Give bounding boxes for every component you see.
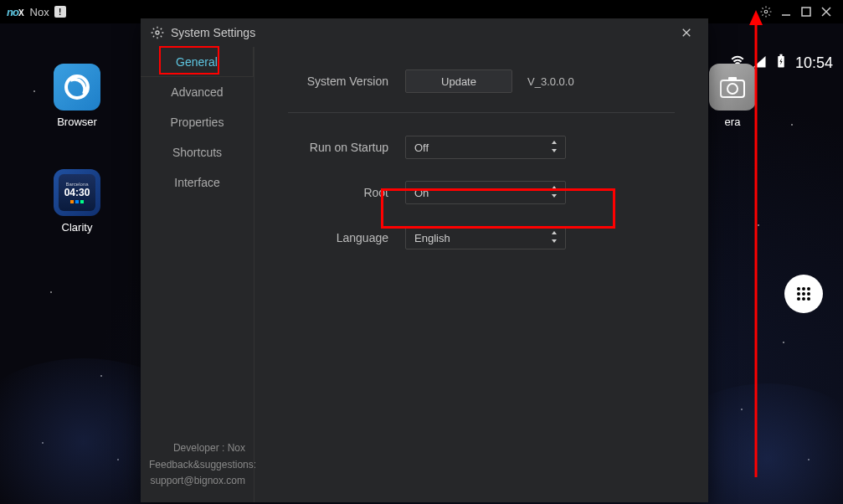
modal-title: System Settings — [171, 26, 255, 39]
svg-point-17 — [797, 297, 800, 301]
startup-select[interactable]: Off — [405, 136, 566, 159]
svg-point-13 — [807, 287, 810, 291]
system-version-label: System Version — [288, 75, 405, 88]
sidebar-footer: Developer : Nox Feedback&suggestions: su… — [141, 430, 254, 502]
app-name: Nox — [30, 6, 49, 18]
system-settings-modal: System Settings General Advanced Propert… — [141, 18, 708, 502]
nox-logo: noX — [7, 6, 23, 18]
browser-app-icon[interactable]: Browser — [50, 64, 104, 128]
language-select[interactable]: English — [405, 226, 566, 249]
minimize-button[interactable] — [776, 2, 796, 22]
maximize-button[interactable] — [796, 2, 816, 22]
chevron-updown-icon — [550, 141, 558, 155]
tab-general[interactable]: General — [141, 47, 254, 77]
svg-point-14 — [797, 292, 800, 296]
version-text: V_3.0.0.0 — [527, 75, 574, 88]
clarity-app-icon[interactable]: Barcelona 04:30 Clarity — [50, 169, 104, 234]
update-button[interactable]: Update — [405, 69, 512, 93]
tab-properties[interactable]: Properties — [141, 107, 254, 137]
apps-drawer-button[interactable] — [784, 275, 823, 313]
svg-point-0 — [764, 10, 768, 13]
settings-content: System Version Update V_3.0.0.0 Run on S… — [254, 47, 708, 502]
root-label: Root — [288, 186, 405, 199]
svg-rect-2 — [802, 8, 810, 16]
svg-rect-6 — [779, 54, 782, 56]
svg-point-15 — [802, 292, 805, 296]
svg-point-11 — [797, 287, 800, 291]
close-modal-button[interactable] — [681, 24, 698, 41]
close-window-button[interactable] — [816, 2, 836, 22]
camera-app-icon[interactable]: era — [706, 64, 759, 128]
svg-point-12 — [802, 287, 805, 291]
tab-shortcuts[interactable]: Shortcuts — [141, 137, 254, 167]
tab-advanced[interactable]: Advanced — [141, 77, 254, 107]
startup-label: Run on Startup — [288, 141, 405, 154]
gear-icon — [151, 26, 164, 39]
settings-sidebar: General Advanced Properties Shortcuts In… — [141, 47, 254, 502]
settings-gear-icon[interactable] — [756, 2, 776, 22]
chevron-updown-icon — [550, 186, 558, 200]
divider — [288, 112, 675, 113]
chevron-updown-icon — [550, 231, 558, 245]
battery-icon — [774, 54, 789, 73]
tab-interface[interactable]: Interface — [141, 167, 254, 198]
status-time: 10:54 — [795, 54, 833, 72]
camera-label: era — [706, 116, 759, 128]
svg-rect-10 — [728, 77, 737, 81]
svg-point-20 — [156, 31, 159, 34]
root-select[interactable]: On — [405, 181, 566, 204]
svg-point-9 — [727, 84, 738, 94]
modal-header: System Settings — [141, 18, 708, 47]
browser-label: Browser — [50, 116, 104, 128]
clarity-label: Clarity — [50, 221, 104, 234]
notification-icon[interactable]: ! — [54, 6, 66, 18]
svg-point-18 — [802, 297, 805, 301]
svg-point-16 — [807, 292, 810, 296]
svg-point-19 — [807, 297, 810, 301]
language-label: Language — [288, 231, 405, 244]
